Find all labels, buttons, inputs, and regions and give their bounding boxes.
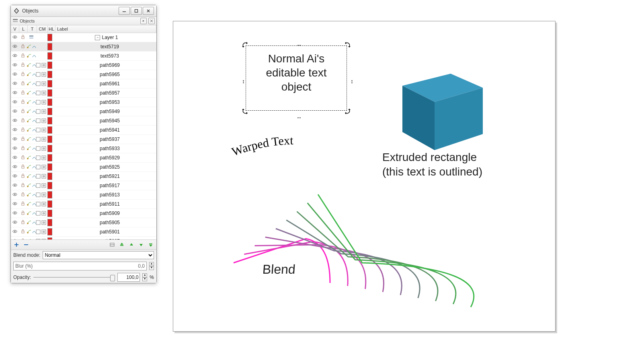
highlight-swatch[interactable]	[47, 43, 52, 50]
highlight-swatch[interactable]	[47, 219, 52, 226]
object-row[interactable]: path5953	[11, 98, 156, 107]
object-row[interactable]: path5961	[11, 79, 156, 89]
type-node-icon[interactable]	[27, 90, 31, 96]
type-node-icon[interactable]	[27, 53, 31, 59]
type-node-icon[interactable]	[27, 118, 31, 124]
lock-icon[interactable]	[21, 118, 25, 124]
type-path-icon[interactable]	[32, 53, 37, 59]
remove-layer-button[interactable]	[23, 241, 29, 248]
eye-icon[interactable]	[12, 99, 17, 105]
object-row[interactable]: path5945	[11, 116, 156, 126]
object-row[interactable]: path5969	[11, 61, 156, 70]
object-row[interactable]: path5937	[11, 135, 156, 144]
type-node-icon[interactable]	[27, 229, 31, 235]
object-row[interactable]: text5719	[11, 42, 156, 52]
highlight-swatch[interactable]	[47, 89, 52, 97]
eye-icon[interactable]	[12, 146, 17, 152]
eye-icon[interactable]	[12, 35, 17, 41]
highlight-swatch[interactable]	[47, 117, 52, 124]
highlight-swatch[interactable]	[47, 145, 52, 152]
lock-icon[interactable]	[21, 35, 25, 41]
object-row[interactable]: path5897	[11, 237, 156, 240]
col-type[interactable]: T	[28, 25, 37, 33]
highlight-swatch[interactable]	[47, 154, 52, 161]
col-visibility[interactable]: V	[11, 25, 19, 33]
lock-icon[interactable]	[21, 164, 25, 170]
opacity-value[interactable]: 100,0	[117, 273, 140, 282]
type-node-icon[interactable]	[27, 44, 31, 50]
titlebar[interactable]: Objects	[11, 5, 156, 17]
lock-icon[interactable]	[21, 99, 25, 105]
type-node-icon[interactable]	[27, 201, 31, 207]
layer-row[interactable]: − Layer 1	[11, 33, 156, 42]
object-row[interactable]: path5933	[11, 144, 156, 153]
collapse-toggle[interactable]: −	[95, 35, 100, 40]
rotate-handle-icon[interactable]	[242, 109, 248, 114]
col-highlight[interactable]: HL	[48, 25, 55, 33]
highlight-swatch[interactable]	[47, 173, 52, 180]
eye-icon[interactable]	[12, 201, 17, 207]
eye-icon[interactable]	[12, 192, 17, 198]
object-row[interactable]: path5929	[11, 153, 156, 163]
highlight-swatch[interactable]	[47, 210, 52, 217]
lock-icon[interactable]	[21, 173, 25, 180]
object-row[interactable]: path5921	[11, 172, 156, 181]
object-row[interactable]: path5905	[11, 218, 156, 227]
eye-icon[interactable]	[12, 118, 17, 124]
object-row[interactable]: path5941	[11, 126, 156, 135]
eye-icon[interactable]	[12, 155, 17, 161]
lock-icon[interactable]	[21, 146, 25, 152]
highlight-swatch[interactable]	[47, 228, 52, 235]
lock-icon[interactable]	[21, 220, 25, 226]
eye-icon[interactable]	[12, 173, 17, 180]
lock-icon[interactable]	[21, 201, 25, 207]
blend-object[interactable]	[230, 190, 479, 303]
object-row[interactable]: path5913	[11, 190, 156, 200]
extruded-caption[interactable]: Extruded rectangle (this text is outline…	[382, 150, 482, 180]
highlight-swatch[interactable]	[47, 163, 52, 171]
eye-icon[interactable]	[12, 210, 17, 217]
maximize-button[interactable]	[131, 7, 142, 15]
object-row[interactable]: path5925	[11, 163, 156, 172]
lock-icon[interactable]	[21, 62, 25, 68]
highlight-swatch[interactable]	[47, 80, 52, 87]
minimize-button[interactable]	[119, 7, 130, 15]
rotate-handle-icon[interactable]	[345, 42, 351, 47]
eye-icon[interactable]	[12, 164, 17, 170]
col-lock[interactable]: L	[19, 25, 28, 33]
lock-icon[interactable]	[21, 81, 25, 87]
extruded-cube-object[interactable]	[386, 66, 491, 155]
object-row[interactable]: path5965	[11, 70, 156, 79]
object-row[interactable]: text5973	[11, 52, 156, 61]
type-node-icon[interactable]	[27, 146, 31, 152]
selection-box[interactable]: Normal Ai's editable text object ↔ ↔ ↕ ↕	[246, 45, 347, 111]
move-down-button[interactable]	[138, 241, 144, 248]
type-node-icon[interactable]	[27, 173, 31, 180]
type-node-icon[interactable]	[27, 136, 31, 142]
opacity-spinner[interactable]: ▲▼	[142, 273, 147, 281]
highlight-swatch[interactable]	[47, 200, 52, 208]
highlight-swatch[interactable]	[47, 62, 52, 69]
rotate-handle-icon[interactable]	[345, 109, 351, 114]
object-row[interactable]: path5909	[11, 209, 156, 218]
canvas[interactable]: Normal Ai's editable text object ↔ ↔ ↕ ↕…	[173, 21, 556, 332]
opacity-slider[interactable]	[33, 274, 115, 280]
lock-icon[interactable]	[21, 155, 25, 161]
lock-icon[interactable]	[21, 72, 25, 78]
type-node-icon[interactable]	[27, 81, 31, 87]
type-node-icon[interactable]	[27, 72, 31, 78]
highlight-swatch[interactable]	[47, 71, 52, 78]
type-node-icon[interactable]	[27, 109, 31, 115]
add-layer-button[interactable]	[13, 241, 20, 248]
eye-icon[interactable]	[12, 72, 17, 78]
eye-icon[interactable]	[12, 220, 17, 226]
dock-close-button[interactable]	[148, 18, 155, 24]
type-node-icon[interactable]	[27, 164, 31, 170]
type-node-icon[interactable]	[27, 183, 31, 189]
lock-icon[interactable]	[21, 210, 25, 217]
objects-tree[interactable]: − Layer 1 text5719text5973path5969path59…	[11, 33, 156, 240]
highlight-swatch[interactable]	[47, 34, 52, 41]
blur-spinner[interactable]: ▲▼	[149, 262, 154, 270]
lock-icon[interactable]	[21, 53, 25, 59]
type-node-icon[interactable]	[27, 220, 31, 226]
